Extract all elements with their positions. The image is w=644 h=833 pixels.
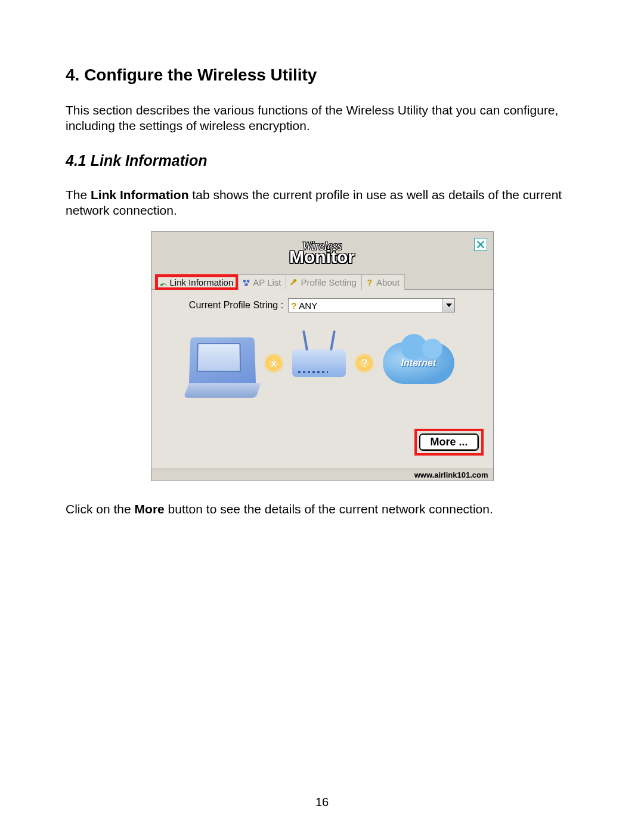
tab-profile-setting[interactable]: Profile Setting (286, 274, 361, 290)
tab-about[interactable]: ? About (361, 274, 405, 290)
close-button[interactable] (474, 238, 487, 251)
cloud-label: Internet (401, 358, 436, 368)
tab-label: Link Information (170, 277, 234, 287)
router-icon (292, 349, 346, 377)
tab-bar: Link Information AP List Profile Setting… (151, 274, 493, 290)
text-fragment: The (66, 188, 91, 202)
svg-point-0 (160, 283, 163, 286)
profile-select[interactable]: ? ANY (288, 298, 455, 312)
tab-link-information[interactable]: Link Information (155, 274, 239, 290)
status-x-icon: x (264, 353, 284, 373)
more-highlight-box: More ... (414, 429, 483, 456)
intro-paragraph: This section describes the various funct… (66, 103, 578, 134)
svg-rect-2 (247, 280, 249, 282)
svg-rect-3 (245, 283, 248, 286)
section-heading: 4. Configure the Wireless Utility (66, 66, 578, 85)
bold-more: More (135, 502, 165, 516)
tab-content: Current Profile String : ? ANY x ? Inter… (151, 290, 493, 469)
internet-cloud-icon: Internet (383, 342, 454, 384)
footer-url: www.airlink101.com (151, 469, 493, 481)
titlebar: Wireless Monitor (151, 232, 493, 274)
paragraph-more: Click on the More button to see the deta… (66, 501, 578, 517)
question-icon: ? (366, 278, 374, 287)
tab-label: AP List (253, 277, 281, 287)
signal-icon (159, 278, 168, 287)
dropdown-arrow-icon (442, 299, 454, 312)
text-fragment: button to see the details of the current… (165, 502, 493, 516)
text-fragment: Click on the (66, 502, 135, 516)
profile-row: Current Profile String : ? ANY (163, 298, 481, 312)
tab-label: About (376, 277, 400, 287)
network-icon (242, 278, 250, 287)
paragraph-link-info: The Link Information tab shows the curre… (66, 187, 578, 219)
status-question-icon: ? (354, 353, 374, 373)
tab-ap-list[interactable]: AP List (238, 274, 286, 290)
profile-label: Current Profile String : (189, 300, 283, 311)
page-number: 16 (315, 795, 329, 809)
wireless-monitor-window: Wireless Monitor Link Information AP Lis… (151, 231, 494, 481)
profile-value: ANY (299, 301, 317, 311)
tab-label: Profile Setting (301, 277, 356, 287)
close-icon (476, 240, 485, 249)
more-button[interactable]: More ... (419, 433, 478, 451)
connection-diagram: x ? Internet (163, 336, 481, 390)
subsection-heading: 4.1 Link Information (66, 152, 578, 169)
logo-line2: Monitor (289, 248, 355, 266)
wrench-icon (290, 278, 298, 287)
question-icon: ? (291, 301, 296, 311)
bold-link-information: Link Information (91, 188, 189, 202)
laptop-icon (189, 337, 256, 391)
svg-rect-1 (243, 280, 246, 282)
app-logo: Wireless Monitor (289, 240, 355, 266)
